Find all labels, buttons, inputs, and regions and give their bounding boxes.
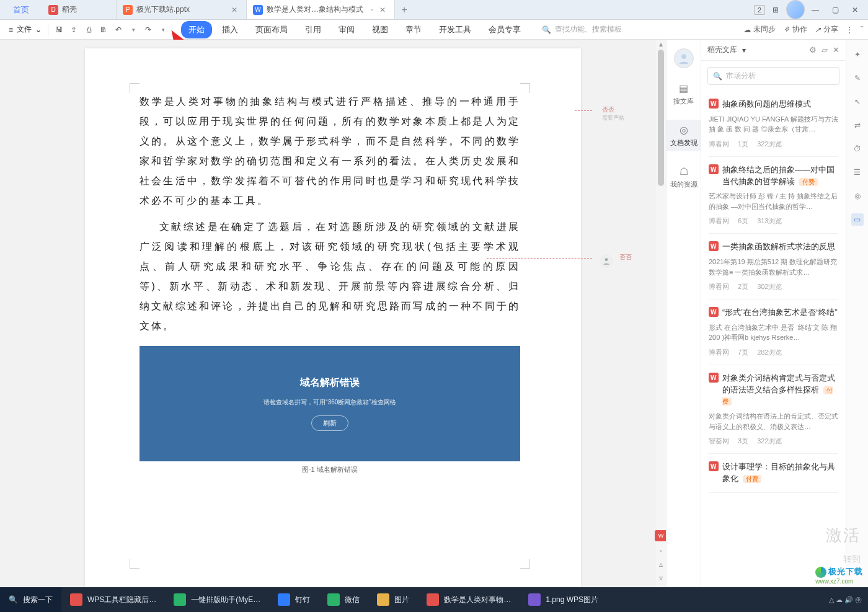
undo-more[interactable]: ▾ [126,23,140,37]
taskbar-app[interactable]: 图片 [368,587,418,612]
card-meta: 博看网6页313浏览 [709,216,838,226]
tab-doc-active[interactable]: W 数学是人类对…象结构与模式 ▫ ✕ [247,0,395,19]
menu-view[interactable]: 视图 [365,21,396,38]
library-card[interactable]: 对象类介词结构肯定式与否定式的语法语义结合多样性探析 付费对象类介词结构在语法上… [709,365,838,454]
nav-my-resources[interactable]: ☖ 我的资源 [666,161,701,193]
document-page: 否否 需要严格 数学是人类对事物的抽象结构与模式进行严格描述、推导的一种通用手段… [85,48,581,587]
comment-marker[interactable]: 否否 需要严格 [602,105,624,122]
library-card[interactable]: 抽象函数问题的思维模式JIETI JIQIAO YU FANGFA 解题技巧与方… [709,91,838,157]
scroll-nav-up-icon[interactable]: ▵ [659,560,663,569]
gear-icon[interactable]: ⚙ [809,45,817,55]
strip-target-icon[interactable]: ◎ [851,190,864,202]
embedded-image[interactable]: 域名解析错误 请检查域名拼写，可用“360断网急救箱”检查网络 刷新 [140,346,520,461]
scroll-nav-icon[interactable]: ◦ [660,546,662,555]
library-card[interactable]: 抽象终结之后的抽象——对中国当代抽象的哲学解读 付费艺术家与设计师 彭 锋 / … [709,157,838,234]
close-icon[interactable]: ✕ [377,6,388,14]
comment-marker[interactable]: 否否 [619,253,632,262]
close-icon[interactable]: ✕ [229,6,240,14]
menu-devtools[interactable]: 开发工具 [432,21,479,38]
doc-paragraph-1[interactable]: 数学是人类对事物的抽象结构与模式进行严格描述、推导的一种通用手段，可以应用于现实… [140,92,520,211]
taskbar-app[interactable]: 1.png WPS图片 [520,587,607,612]
coop-icon: ⚘ [783,25,790,34]
scroll-nav-down-icon[interactable]: ▿ [659,574,663,582]
comment-connector [575,110,592,111]
tab-pptx[interactable]: P 极光下载站.pptx ✕ [117,0,247,19]
comment-author: 否否 [602,105,624,114]
notify-icon[interactable]: ▱ [822,45,828,55]
redo-button[interactable]: ↷ [141,23,155,37]
strip-panel-toggle-icon[interactable]: ▭ [851,213,864,226]
redo-more[interactable]: ▾ [156,23,170,37]
avatar-icon[interactable] [786,0,805,19]
home-tab[interactable]: 首页 [0,0,42,19]
menu-chapter[interactable]: 章节 [398,21,429,38]
search-placeholder: 市场分析 [726,71,756,81]
library-card[interactable]: 设计事理学：目标的抽象化与具象化 付费 [709,454,838,493]
menu-reference[interactable]: 引用 [298,21,329,38]
strip-layers-icon[interactable]: ☰ [851,166,864,179]
strip-sparkle-icon[interactable]: ✦ [851,48,864,61]
ribbon-search[interactable]: 🔍 查找功能、搜索模板 [542,24,622,35]
chevron-down-icon[interactable]: ▾ [742,46,746,55]
strip-edit-icon[interactable]: ✎ [851,72,864,84]
print-button[interactable]: ⎙ [82,23,95,37]
card-meta: 智荟网3页322浏览 [709,437,838,446]
taskbar-search[interactable]: 🔍 搜索一下 [0,587,61,612]
share-button[interactable]: ↗分享 [815,24,838,35]
tab-label: 稻壳 [62,4,77,15]
strip-select-icon[interactable]: ↖ [851,95,864,108]
close-window-button[interactable]: ✕ [846,0,864,19]
taskbar-app[interactable]: 数学是人类对事物… [418,587,520,612]
coop-button[interactable]: ⚘协作 [783,24,807,35]
sync-status[interactable]: ☁未同步 [743,24,776,35]
maximize-button[interactable]: ▢ [826,0,844,19]
scrollbar-up-icon[interactable]: ▴ [656,40,666,48]
doc-type-icon [709,373,719,383]
taskbar-app[interactable]: 一键排版助手(MyE… [165,587,269,612]
document-viewport[interactable]: 否否 需要严格 数学是人类对事物的抽象结构与模式进行严格描述、推导的一种通用手段… [0,40,666,587]
preview-button[interactable]: 🗎 [97,23,110,37]
new-tab-button[interactable]: + [395,0,414,19]
wps-badge-icon[interactable]: W [655,530,666,541]
more-button[interactable]: ⋮ [846,25,853,34]
menu-layout[interactable]: 页面布局 [248,21,295,38]
strip-settings-icon[interactable]: ⇄ [851,119,864,131]
taskbar-app[interactable]: 微信 [319,587,368,612]
minimize-button[interactable]: — [806,0,825,19]
comment-avatar-icon[interactable] [600,254,613,268]
library-title[interactable]: 稻壳文库 [707,45,737,55]
app-label: 图片 [394,595,409,605]
nav-doc-discover[interactable]: ◎ 文档发现 [666,120,701,151]
menu-review[interactable]: 审阅 [331,21,362,38]
doc-type-icon [709,307,719,317]
num-icon[interactable]: 2 [754,5,765,15]
taskbar-app[interactable]: WPS工具栏隐藏后… [61,587,165,612]
strip-history-icon[interactable]: ⏱ [851,143,864,155]
collapse-ribbon[interactable]: ˇ [861,25,863,34]
library-card[interactable]: 一类抽象函数解析式求法的反思2021年第19 期总第512 期 数理化解题研究 … [709,234,838,299]
export-button[interactable]: ⇪ [67,23,81,37]
menu-insert[interactable]: 插入 [215,21,246,38]
undo-button[interactable]: ↶ [112,23,125,37]
doc-paragraph-2[interactable]: 文献综述是在确定了选题后，在对选题所涉及的研究领域的文献进展广泛阅读和理解的根底… [140,217,520,336]
close-panel-icon[interactable]: ✕ [833,45,839,55]
library-card[interactable]: “形式”在台湾抽象艺术是否“终结”形式 在台湾抽象艺术中 是否 ‘终结’文 陈 … [709,299,838,365]
tab-daoke[interactable]: D 稻壳 [42,0,117,19]
nav-search-docs[interactable]: ▤ 搜文库 [666,78,701,110]
library-results[interactable]: 抽象函数问题的思维模式JIETI JIQIAO YU FANGFA 解题技巧与方… [701,91,846,587]
scroll-thumb[interactable] [658,50,664,186]
user-avatar[interactable] [674,48,694,68]
card-desc: 形式 在台湾抽象艺术中 是否 ‘终结’文 陈 翔 200 )神看网b kjehy… [709,322,838,343]
menu-start[interactable]: 开始 [181,21,212,38]
windows-watermark: 激活 [826,525,861,546]
library-search[interactable]: 🔍 市场分析 [707,67,839,85]
save-button[interactable]: 🖫 [52,23,66,37]
menu-member[interactable]: 会员专享 [481,21,528,38]
app-label: 一键排版助手(MyE… [191,595,260,605]
vertical-scrollbar[interactable]: ▴ W ◦ ▵ ▿ [656,40,666,587]
taskbar-app[interactable]: 钉钉 [269,587,319,612]
system-tray[interactable]: △ ☁ 🔊 ㊥ [829,595,868,605]
card-title: 设计事理学：目标的抽象化与具象化 付费 [722,461,838,485]
apps-icon[interactable]: ⊞ [766,0,785,19]
file-menu[interactable]: ≡ 文件 ⌄ [5,22,45,37]
